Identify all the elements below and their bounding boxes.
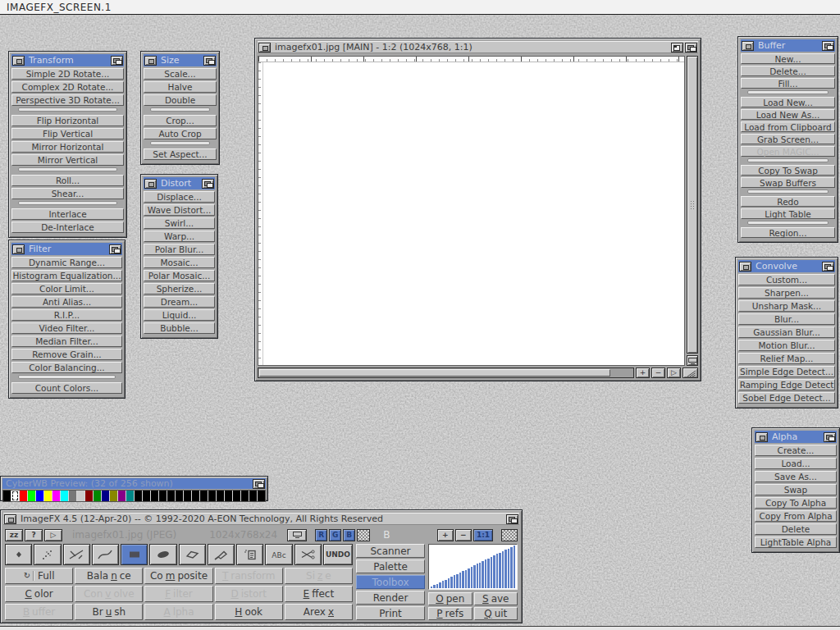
swap-buffers-button[interactable]: Swap Buffers — [741, 177, 835, 188]
depth-icon[interactable] — [506, 514, 518, 524]
perspective-3d-rotate-button[interactable]: Perspective 3D Rotate... — [11, 94, 124, 106]
load-new-as-button[interactable]: Load New As... — [741, 109, 835, 120]
close-icon[interactable] — [4, 514, 16, 524]
filter-titlebar[interactable]: Filter — [11, 243, 122, 255]
palette-swatch[interactable] — [94, 491, 101, 501]
relief-map-button[interactable]: Relief Map... — [738, 353, 835, 364]
interlace-button[interactable]: Interlace — [11, 208, 124, 220]
palette-swatch[interactable] — [36, 491, 43, 501]
palette-swatch[interactable] — [52, 491, 60, 501]
view-zoom-in-button[interactable]: + — [437, 529, 454, 541]
lighttable-alpha-button[interactable]: LightTable Alpha — [755, 536, 837, 548]
palette-swatch[interactable] — [110, 491, 117, 501]
run-button[interactable]: ▷ — [44, 529, 62, 541]
palette-swatch[interactable] — [225, 491, 232, 501]
blur-button[interactable]: Blur... — [738, 313, 835, 325]
palette-swatch[interactable] — [159, 491, 167, 501]
polar-mosaic-button[interactable]: Polar Mosaic... — [144, 270, 215, 281]
de-interlace-button[interactable]: De-Interlace — [11, 221, 124, 233]
composite-button[interactable]: Composite — [144, 568, 212, 584]
complex-2d-rotate-button[interactable]: Complex 2D Rotate... — [11, 81, 124, 93]
page-scanner-button[interactable]: Scanner — [356, 544, 425, 558]
screen-mode-button[interactable] — [687, 355, 698, 366]
color-balancing-button[interactable]: Color Balancing... — [11, 362, 122, 373]
palette-swatch[interactable] — [249, 491, 257, 501]
copy-to-swap-button[interactable]: Copy To Swap — [741, 165, 835, 176]
motion-blur-button[interactable]: Motion Blur... — [738, 340, 835, 351]
light-table-button[interactable]: Light Table — [741, 208, 835, 219]
unsharp-mask-button[interactable]: Unsharp Mask... — [738, 300, 835, 312]
undo-button[interactable]: UNDO — [323, 544, 353, 565]
palette-swatch[interactable] — [85, 491, 93, 501]
image-canvas[interactable] — [263, 62, 684, 365]
video-filter-button[interactable]: Video Filter... — [11, 322, 122, 334]
zoom-ratio-button[interactable]: 1:1 — [473, 529, 493, 541]
mirror-vertical-button[interactable]: Mirror Vertical — [11, 154, 124, 166]
delete-button[interactable]: Delete... — [741, 66, 835, 76]
sharpen-button[interactable]: Sharpen... — [738, 287, 835, 299]
redo-button[interactable]: Redo — [741, 196, 835, 207]
resize-corner[interactable] — [682, 368, 698, 378]
quit-button[interactable]: Quit — [474, 607, 518, 620]
palette-swatch[interactable] — [69, 491, 76, 501]
palette-swatch[interactable] — [192, 491, 199, 501]
palette-swatch[interactable] — [258, 491, 265, 501]
remove-grain-button[interactable]: Remove Grain... — [11, 349, 122, 360]
full-button[interactable]: ↻Full — [5, 568, 73, 584]
tool-brush-button[interactable] — [208, 544, 235, 565]
displace-button[interactable]: Displace... — [144, 191, 215, 203]
liquid-button[interactable]: Liquid... — [144, 309, 215, 321]
color-limit-button[interactable]: Color Limit... — [11, 283, 122, 294]
distort-titlebar[interactable]: Distort — [144, 177, 215, 189]
channel-r-toggle[interactable]: R — [315, 529, 327, 541]
anti-alias-button[interactable]: Anti Alias... — [11, 296, 122, 308]
load-new-button[interactable]: Load New... — [741, 97, 835, 107]
display-mode-button[interactable] — [287, 529, 307, 541]
convolve-titlebar[interactable]: Convolve — [738, 260, 835, 272]
palette-swatch[interactable] — [61, 491, 68, 501]
brush-button[interactable]: Brush — [75, 604, 143, 620]
double-button[interactable]: Double — [144, 94, 217, 106]
scale-button[interactable]: Scale... — [144, 68, 217, 80]
new-button[interactable]: New... — [741, 53, 835, 64]
palette-swatch[interactable] — [217, 491, 224, 501]
close-icon[interactable] — [742, 41, 754, 51]
palette-swatch[interactable] — [233, 491, 240, 501]
dream-button[interactable]: Dream... — [144, 296, 215, 308]
flip-vertical-button[interactable]: Flip Vertical — [11, 128, 124, 139]
histogram-equalization-button[interactable]: Histogram Equalization... — [11, 270, 122, 281]
zoom-gadget-icon[interactable] — [671, 43, 683, 52]
sleep-button[interactable]: zz — [5, 529, 23, 541]
delete-button[interactable]: Delete — [755, 523, 837, 535]
tool-clipboard-button[interactable] — [236, 544, 263, 565]
dynamic-range-button[interactable]: Dynamic Range... — [11, 257, 122, 268]
palette-swatch[interactable] — [200, 491, 208, 501]
prefs-button[interactable]: Prefs — [428, 607, 472, 620]
close-icon[interactable] — [756, 432, 768, 442]
region-button[interactable]: Region... — [741, 227, 835, 238]
roll-button[interactable]: Roll... — [11, 175, 124, 186]
depth-icon[interactable] — [822, 41, 834, 51]
depth-icon[interactable] — [685, 43, 697, 52]
auto-crop-button[interactable]: Auto Crop — [144, 128, 217, 139]
depth-icon[interactable] — [109, 244, 121, 254]
grab-screen-button[interactable]: Grab Screen... — [741, 134, 835, 144]
mirror-horizontal-button[interactable]: Mirror Horizontal — [11, 141, 124, 153]
close-icon[interactable] — [739, 262, 751, 272]
mosaic-button[interactable]: Mosaic... — [144, 257, 215, 268]
tool-ellipse-button[interactable] — [149, 544, 176, 565]
page-palette-button[interactable]: Palette — [356, 559, 425, 573]
depth-icon[interactable] — [111, 56, 123, 66]
crop-button[interactable]: Crop... — [144, 115, 217, 126]
load-button[interactable]: Load... — [755, 458, 837, 469]
palette-swatch[interactable] — [118, 491, 126, 501]
palette-swatch[interactable] — [3, 491, 11, 501]
depth-icon[interactable] — [822, 262, 834, 272]
palette-titlebar[interactable]: CyberWB Preview: (32 of 256 shown) — [2, 478, 266, 489]
palette-swatch[interactable] — [135, 491, 142, 501]
zoom-in-button[interactable]: + — [636, 368, 650, 378]
dither-toggle[interactable] — [357, 529, 370, 541]
depth-icon[interactable] — [202, 179, 214, 189]
count-colors-button[interactable]: Count Colors... — [11, 382, 122, 394]
spherize-button[interactable]: Spherize... — [144, 283, 215, 294]
